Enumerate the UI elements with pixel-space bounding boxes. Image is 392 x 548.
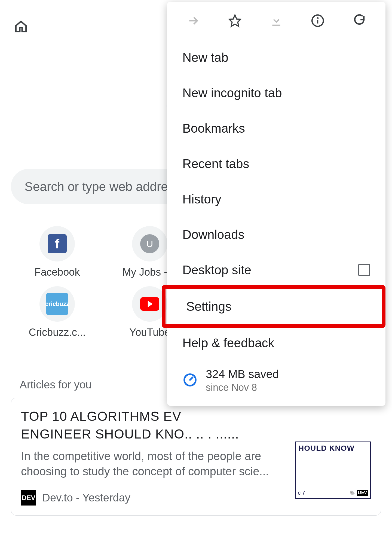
menu-list: New tab New incognito tab Bookmarks Rece…	[167, 40, 385, 400]
thumb-text: HOULD KNOW	[298, 444, 354, 453]
data-saved-main: 324 MB saved	[206, 368, 279, 381]
menu-item-label: Recent tabs	[182, 156, 249, 171]
data-saved-sub: since Nov 8	[206, 382, 279, 393]
bookmark-star-button[interactable]	[227, 13, 243, 29]
refresh-icon	[353, 14, 366, 28]
desktop-site-checkbox[interactable]	[358, 264, 370, 276]
data-saver-icon	[182, 372, 198, 389]
info-icon	[311, 14, 324, 28]
menu-item-label: History	[182, 192, 221, 206]
menu-item-label: Settings	[186, 299, 231, 314]
article-title: TOP 10 ALGORITHMS EVENGINEER SHOULD KNO.…	[21, 408, 371, 443]
download-icon	[270, 14, 283, 28]
download-button[interactable]	[268, 13, 284, 29]
menu-item-help-feedback[interactable]: Help & feedback	[167, 325, 385, 361]
home-button[interactable]	[11, 17, 30, 36]
menu-item-downloads[interactable]: Downloads	[167, 217, 385, 252]
refresh-button[interactable]	[351, 13, 367, 29]
menu-item-desktop-site[interactable]: Desktop site	[167, 252, 385, 288]
menu-item-history[interactable]: History	[167, 181, 385, 217]
thumb-footer-left: c 7	[298, 490, 305, 496]
home-icon	[14, 20, 28, 33]
facebook-icon: f	[39, 226, 75, 261]
menu-icon-row	[167, 2, 385, 40]
shortcut-cricbuzz[interactable]: cricbuzz Cricbuzz.c...	[11, 286, 103, 338]
menu-item-label: New incognito tab	[182, 86, 282, 100]
shortcut-label: Cricbuzz.c...	[29, 327, 85, 338]
menu-item-label: Help & feedback	[182, 336, 274, 350]
menu-item-label: Downloads	[182, 227, 244, 242]
svg-marker-0	[229, 15, 241, 26]
shortcut-label: YouTube	[129, 327, 170, 338]
overflow-menu: New tab New incognito tab Bookmarks Rece…	[167, 2, 385, 406]
menu-item-label: New tab	[182, 50, 228, 65]
article-source: Dev.to - Yesterday	[42, 492, 130, 504]
forward-button[interactable]	[185, 13, 201, 29]
forward-icon	[186, 14, 200, 28]
dev-badge-icon: DEV	[21, 490, 36, 506]
star-icon	[228, 14, 242, 28]
page-info-button[interactable]	[310, 13, 326, 29]
article-card[interactable]: TOP 10 ALGORITHMS EVENGINEER SHOULD KNO.…	[11, 398, 381, 516]
menu-item-recent-tabs[interactable]: Recent tabs	[167, 146, 385, 181]
menu-item-label: Desktop site	[182, 263, 251, 277]
svg-point-3	[317, 18, 318, 19]
search-placeholder: Search or type web addre	[24, 179, 168, 194]
menu-item-new-incognito[interactable]: New incognito tab	[167, 75, 385, 111]
cricbuzz-icon: cricbuzz	[39, 286, 75, 322]
thumb-dev-icon: DEV	[357, 490, 368, 496]
menu-item-new-tab[interactable]: New tab	[167, 40, 385, 75]
article-description: In the competitive world, most of the pe…	[21, 449, 277, 479]
menu-item-label: Bookmarks	[182, 121, 245, 136]
shortcut-facebook[interactable]: f Facebook	[11, 226, 103, 278]
articles-heading: Articles for you	[20, 379, 92, 391]
article-thumbnail: HOULD KNOW c 7 🐘 DEV	[295, 442, 371, 499]
menu-item-bookmarks[interactable]: Bookmarks	[167, 111, 385, 146]
data-saved-row[interactable]: 324 MB saved since Nov 8	[167, 361, 385, 400]
menu-item-settings[interactable]: Settings	[162, 285, 385, 328]
shortcut-label: Facebook	[35, 266, 80, 278]
letter-u-icon: U	[132, 226, 167, 261]
